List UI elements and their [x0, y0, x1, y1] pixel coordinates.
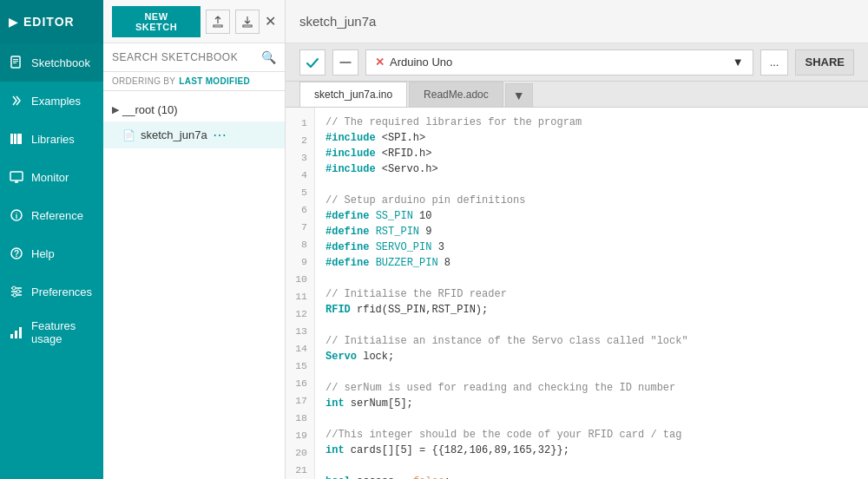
- svg-rect-3: [13, 62, 16, 63]
- code-line: int cards[][5] = {{182,106,89,165,32}};: [326, 443, 863, 458]
- svg-rect-2: [13, 61, 18, 62]
- code-line: #include <RFID.h>: [326, 146, 863, 161]
- main-area: sketch_jun7a ✕ Arduino Uno ▼ ... SHARE s…: [286, 0, 868, 479]
- code-line: [326, 411, 863, 427]
- code-line: RFID rfid(SS_PIN,RST_PIN);: [326, 302, 863, 318]
- sidebar-item-libraries[interactable]: Libraries: [0, 120, 103, 158]
- svg-rect-5: [14, 134, 16, 144]
- code-line: // Initialise an instance of the Servo c…: [326, 333, 863, 349]
- root-folder[interactable]: ▶ __root (10): [103, 98, 285, 121]
- svg-text:?: ?: [14, 249, 19, 259]
- action-bar: ✕ Arduino Uno ▼ ... SHARE: [286, 43, 868, 82]
- line-number: 19: [286, 427, 314, 444]
- svg-rect-1: [13, 59, 18, 60]
- monitor-icon: [9, 169, 24, 185]
- sidebar-item-sketchbook[interactable]: Sketchbook: [0, 43, 103, 82]
- code-line: //This integer should be the code of you…: [326, 427, 863, 443]
- svg-rect-0: [11, 56, 20, 68]
- close-panel-button[interactable]: ✕: [265, 13, 276, 30]
- code-line: #include <Servo.h>: [326, 161, 863, 177]
- line-number: 6: [286, 201, 314, 219]
- file-menu-icon[interactable]: ⋯: [213, 127, 227, 143]
- tab-main-sketch[interactable]: sketch_jun7a.ino: [299, 82, 407, 107]
- code-line: // Setup arduino pin definitions: [326, 193, 863, 208]
- code-line: // Initialise the RFID reader: [326, 286, 863, 302]
- reference-icon: i: [9, 207, 24, 223]
- sidebar-header[interactable]: ▶ EDITOR: [0, 0, 103, 43]
- more-button[interactable]: ...: [760, 49, 789, 75]
- middle-toolbar: NEW SKETCH ✕: [103, 0, 285, 43]
- code-line: int serNum[5];: [326, 396, 863, 411]
- search-icon[interactable]: 🔍: [261, 50, 276, 64]
- ordering-label: ORDERING BY: [112, 76, 175, 86]
- line-number: 11: [286, 288, 314, 305]
- sort-link[interactable]: LAST MODIFIED: [179, 76, 250, 86]
- folder-label: __root (10): [122, 103, 178, 116]
- upload-board-button[interactable]: [332, 49, 358, 75]
- tab-readme[interactable]: ReadMe.adoc: [409, 82, 503, 107]
- code-line: [326, 458, 863, 474]
- line-number: 3: [286, 149, 314, 167]
- sidebar-item-label: Monitor: [31, 171, 69, 184]
- search-box: 🔍: [103, 43, 285, 72]
- code-line: bool access = false;: [326, 474, 863, 479]
- dropdown-arrow-icon: ▼: [733, 56, 744, 69]
- sidebar: ▶ EDITOR Sketchbook Examples Libraries: [0, 0, 103, 479]
- tab-dropdown-button[interactable]: ▼: [505, 83, 533, 107]
- file-icon: 📄: [122, 129, 135, 141]
- svg-point-17: [12, 286, 16, 290]
- share-button[interactable]: SHARE: [795, 49, 854, 75]
- svg-rect-6: [17, 134, 22, 144]
- sidebar-item-features-usage[interactable]: Features usage: [0, 311, 103, 354]
- board-error-icon: ✕: [375, 56, 385, 69]
- sidebar-item-reference[interactable]: i Reference: [0, 196, 103, 234]
- code-area[interactable]: 1234567891011121314151617181920212223242…: [286, 108, 868, 479]
- code-line: Servo lock;: [326, 349, 863, 364]
- chevron-right-icon: ▶: [112, 104, 119, 115]
- code-line: [326, 318, 863, 333]
- line-number: 9: [286, 253, 314, 271]
- verify-button[interactable]: [299, 49, 326, 75]
- features-icon: [9, 325, 24, 340]
- ordering-bar: ORDERING BY LAST MODIFIED: [103, 72, 285, 91]
- download-icon-button[interactable]: [235, 10, 260, 34]
- libraries-icon: [9, 131, 24, 147]
- svg-text:i: i: [16, 212, 18, 220]
- line-number: 12: [286, 305, 314, 323]
- sidebar-nav: Sketchbook Examples Libraries Monitor i …: [0, 43, 103, 479]
- svg-point-18: [16, 290, 20, 293]
- code-line: #define SERVO_PIN 3: [326, 240, 863, 255]
- svg-point-19: [13, 293, 16, 297]
- board-name: Arduino Uno: [390, 56, 452, 69]
- line-number: 21: [286, 462, 314, 479]
- tabs-bar: sketch_jun7a.ino ReadMe.adoc ▼: [286, 82, 868, 108]
- file-label: sketch_jun7a: [141, 128, 207, 141]
- sidebar-item-monitor[interactable]: Monitor: [0, 158, 103, 196]
- code-line: [326, 364, 863, 380]
- svg-rect-7: [10, 172, 23, 180]
- sidebar-item-preferences[interactable]: Preferences: [0, 272, 103, 311]
- code-line: #define RST_PIN 9: [326, 224, 863, 240]
- upload-icon-button[interactable]: [206, 10, 230, 34]
- board-selector[interactable]: ✕ Arduino Uno ▼: [365, 49, 753, 75]
- code-line: // serNum is used for reading and checki…: [326, 380, 863, 396]
- editor-header: sketch_jun7a: [286, 0, 868, 43]
- code-content: // The required libraries for the progra…: [315, 108, 868, 479]
- line-number: 7: [286, 219, 314, 236]
- svg-rect-22: [19, 327, 22, 338]
- sidebar-item-examples[interactable]: Examples: [0, 82, 103, 120]
- sidebar-title: EDITOR: [23, 15, 75, 29]
- line-number: 13: [286, 323, 314, 340]
- code-line: [326, 177, 863, 193]
- code-line: #include <SPI.h>: [326, 130, 863, 146]
- search-input[interactable]: [112, 51, 256, 63]
- sidebar-item-help[interactable]: ? Help: [0, 234, 103, 272]
- svg-rect-4: [10, 134, 13, 144]
- code-line: #define SS_PIN 10: [326, 208, 863, 224]
- line-number: 17: [286, 392, 314, 410]
- line-number: 15: [286, 358, 314, 375]
- file-tree: ▶ __root (10) 📄 sketch_jun7a ⋯: [103, 91, 285, 155]
- sketch-file-item[interactable]: 📄 sketch_jun7a ⋯: [103, 121, 285, 148]
- svg-rect-21: [15, 331, 17, 338]
- new-sketch-button[interactable]: NEW SKETCH: [112, 6, 201, 37]
